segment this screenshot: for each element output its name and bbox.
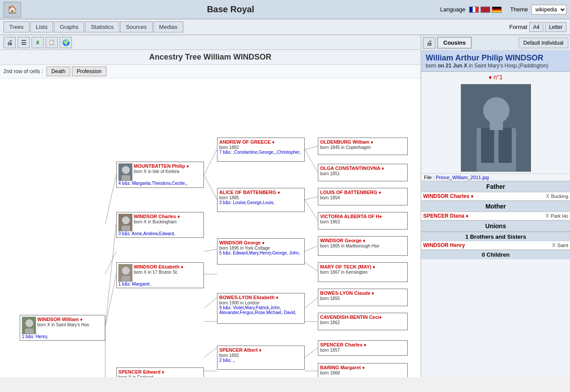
svg-rect-43 [490,121,503,130]
nav-medias[interactable]: Medias [153,21,183,32]
nav-lists[interactable]: Lists [30,21,53,32]
format-label: Format [509,24,527,30]
person-born-mary_teck: born 1867 in Kensington [320,270,367,275]
cousins-button[interactable]: Cousins [437,37,472,49]
person-bs-philip: 4 b&s: Margarita,Theodora,Cecilie,, [118,181,202,186]
theme-section: Theme wikipedia [510,5,566,14]
svg-point-36 [122,166,130,174]
person-box-victoria_alberta[interactable]: VICTORIA ALBERTA OF H♦ born 1863 [318,212,408,230]
person-born-charles: born X in Buckingham [134,219,177,224]
globe-button[interactable]: 🌍 [60,37,72,48]
person-name-elizabeth: WINDSOR Elizabeth ♦ [134,264,183,269]
format-section: Format A4 Letter [509,22,566,32]
home-button[interactable]: 🏠 [4,2,21,18]
sibling-x[interactable]: X [550,242,557,248]
person-born-windsor_george_1895: born 1895 in York Cottage [219,246,270,251]
person-born-windsor_george_1865: born 1865 in Marlborough Hse [320,244,379,248]
person-box-olga[interactable]: OLGA CONSTANTINOVNA ♦born 1851 [318,164,408,181]
flag-french[interactable] [469,7,479,13]
person-born-bowes_lyon_claude: born 1855 [320,296,340,301]
person-box-alice[interactable]: ALICE OF BATTENBERG ♦born 18853 b&s: Lou… [217,188,305,212]
person-born-victoria_alberta: born 1863 [320,219,340,224]
person-box-cavendish_bentin[interactable]: CAVENDISH-BENTIN Ceci♦ born 1862 [318,313,408,330]
person-name-spencer_albert: SPENCER Albert ♦ [219,347,261,353]
mother-x[interactable]: X [544,213,551,219]
person-box-william[interactable]: WINDSOR William ♦born X in Saint Mary's … [20,315,105,341]
svg-point-30 [122,216,130,224]
photo-container [421,82,570,173]
person-box-louis_battenberg[interactable]: LOUIS OF BATTENBERG ♦born 1854 [318,188,408,205]
mother-name[interactable]: SPENCER Diana ♦ [423,213,544,219]
selected-person-name[interactable]: William Arthur Philip WINDSOR [426,53,566,63]
list-button[interactable]: ☰ [18,37,30,48]
clipboard-button[interactable]: 📋 [46,37,58,48]
profession-button[interactable]: Profession [72,67,107,76]
person-name-bowes_lyon_claude: BOWES-LYON Claude ♦ [320,290,374,296]
person-photo-charles [118,214,132,231]
death-button[interactable]: Death [46,67,70,76]
person-born-cavendish_bentin: born 1862 [320,320,340,325]
person-box-charles[interactable]: WINDSOR Charles ♦born X in Buckingham3 b… [116,212,204,238]
svg-line-0 [105,224,116,327]
nav-statistics[interactable]: Statistics [85,21,119,32]
person-box-philip[interactable]: MOUNTBATTEN Philip ♦born X in Isle of Ke… [116,162,204,188]
person-box-windsor_george_1865[interactable]: WINDSOR George ♦born 1865 in Marlborough… [318,236,408,256]
person-box-windsor_george_1895[interactable]: WINDSOR George ♦born 1895 in York Cottag… [217,238,305,265]
person-box-baring_margaret[interactable]: BARING Margaret ♦born 1868 [318,363,408,377]
person-bs-william: 1 b&s: Henry, [22,334,103,339]
file-label: File : [424,175,436,180]
print-button[interactable]: 🖨 [4,37,16,48]
tree-panel: 🖨 ☰ X 📋 🌍 Ancestry Tree William WINDSOR … [0,35,421,377]
right-print-button[interactable]: 🖨 [423,37,435,49]
person-name-baring_margaret: BARING Margaret ♦ [320,365,365,370]
father-row[interactable]: WINDSOR Charles ♦ X Bucking [421,192,570,201]
person-box-spencer_charles[interactable]: SPENCER Charles ♦born 1857 [318,340,408,356]
svg-point-32 [122,267,130,275]
nav-graphs[interactable]: Graphs [54,21,84,32]
person-bs-andrew_greece: 7 b&s: ,Constantine,George,,,Christopher… [219,150,303,155]
person-bs-charles: 3 b&s: Anne,Andrew,Edward, [118,231,202,236]
person-box-mary_teck[interactable]: MARY OF TECK (MAY) ♦born 1867 in Kensing… [318,262,408,282]
format-a4[interactable]: A4 [529,22,544,32]
person-box-oldenburg_william[interactable]: OLDENBURG William ♦born 1845 in Copenhag… [318,138,408,155]
person-born-bowes_lyon: born 1900 in London [219,300,260,305]
nav-trees[interactable]: Trees [4,21,29,32]
person-box-bowes_lyon[interactable]: BOWES-LYON Elizabeth ♦born 1900 in Londo… [217,293,305,324]
flag-english[interactable] [481,7,490,13]
father-x[interactable]: X [544,193,551,199]
flag-german[interactable] [492,7,502,13]
default-individual-button[interactable]: Default individual [519,38,568,48]
person-born-olga: born 1851 [320,171,340,176]
person-box-spencer_edward[interactable]: SPENCER Edward ♦born X in England [116,367,204,377]
person-box-bowes_lyon_claude[interactable]: BOWES-LYON Claude ♦born 1855 [318,289,408,306]
format-letter[interactable]: Letter [545,22,566,32]
person-name-bowes_lyon: BOWES-LYON Elizabeth ♦ [219,295,278,300]
person-name-mary_teck: MARY OF TECK (MAY) ♦ [320,264,375,269]
person-name-spencer_edward: SPENCER Edward ♦ [118,369,164,374]
person-name-charles: WINDSOR Charles ♦ [134,214,180,219]
person-bs-windsor_george_1895: 5 b&s: Edward,Mary,Henry,George, John, [219,251,303,255]
person-photo-william [22,317,36,334]
svg-line-17 [305,149,318,173]
svg-line-4 [105,251,116,274]
sibling-name[interactable]: WINDSOR Henry [423,242,550,248]
selected-person-photo [461,84,531,172]
svg-line-1 [105,274,116,327]
father-name[interactable]: WINDSOR Charles ♦ [423,193,544,199]
theme-select[interactable]: wikipedia [531,5,566,14]
person-name-windsor_george_1895: WINDSOR George ♦ [219,240,264,245]
nav-sources[interactable]: Sources [120,21,153,32]
tree-area[interactable]: WINDSOR William ♦born X in Saint Mary's … [0,78,420,377]
mother-row[interactable]: SPENCER Diana ♦ X Park Ho [421,212,570,220]
selected-person-header: William Arthur Philip WINDSOR born on 21… [421,51,570,72]
person-bs-alice: 3 b&s: Louise,George,Louis, [219,200,303,205]
person-box-spencer_albert[interactable]: SPENCER Albert ♦born 18922 b&s: ,, [217,346,305,370]
person-born-spencer_albert: born 1892 [219,353,239,358]
file-link[interactable]: Prince_William_2011.jpg [436,175,489,180]
sibling-row[interactable]: WINDSOR Henry X Saint [421,241,570,250]
excel-button[interactable]: X [32,37,44,48]
person-box-andrew_greece[interactable]: ANDREW OF GREECE ♦born 18827 b&s: ,Const… [217,138,305,162]
person-box-elizabeth[interactable]: WINDSOR Elizabeth ♦born X in 17 Bruton S… [116,262,204,288]
svg-line-6 [204,149,217,175]
right-panel: 🖨 Cousins Default individual William Art… [421,35,570,377]
